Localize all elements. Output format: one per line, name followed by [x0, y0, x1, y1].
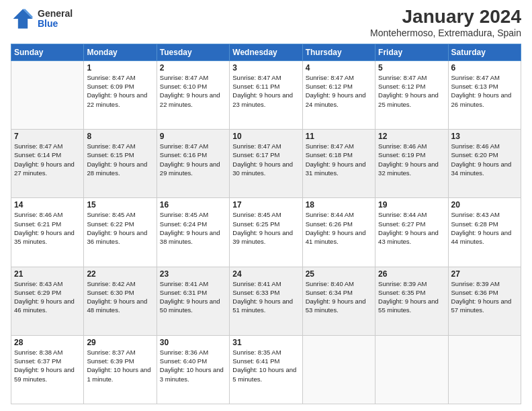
sunset-text: Sunset: 6:13 PM [451, 83, 498, 90]
day-number: 27 [451, 269, 518, 279]
sunrise-text: Sunrise: 8:47 AM [160, 74, 208, 81]
sunset-text: Sunset: 6:12 PM [306, 83, 353, 90]
daylight-text: Daylight: 9 hours and 48 minutes. [87, 298, 147, 314]
daylight-text: Daylight: 9 hours and 29 minutes. [160, 161, 220, 177]
calendar-cell: 20Sunrise: 8:43 AMSunset: 6:28 PMDayligh… [448, 198, 521, 267]
sunset-text: Sunset: 6:21 PM [14, 220, 61, 228]
day-info: Sunrise: 8:47 AMSunset: 6:14 PMDaylight:… [14, 142, 81, 177]
day-info: Sunrise: 8:45 AMSunset: 6:24 PMDaylight:… [160, 210, 226, 246]
calendar-cell: 27Sunrise: 8:39 AMSunset: 6:36 PMDayligh… [448, 267, 521, 335]
daylight-text: Daylight: 9 hours and 50 minutes. [160, 298, 220, 314]
col-saturday: Saturday [448, 44, 521, 60]
page-title: January 2024 [370, 7, 521, 28]
calendar-cell: 12Sunrise: 8:46 AMSunset: 6:19 PMDayligh… [375, 130, 448, 198]
calendar-cell: 8Sunrise: 8:47 AMSunset: 6:15 PMDaylight… [84, 130, 157, 198]
day-number: 17 [232, 200, 299, 210]
sunrise-text: Sunrise: 8:47 AM [232, 142, 281, 150]
sunrise-text: Sunrise: 8:44 AM [378, 211, 427, 218]
sunset-text: Sunset: 6:18 PM [306, 151, 353, 158]
calendar-cell: 10Sunrise: 8:47 AMSunset: 6:17 PMDayligh… [230, 130, 302, 198]
sunrise-text: Sunrise: 8:46 AM [14, 211, 62, 218]
daylight-text: Daylight: 9 hours and 22 minutes. [87, 91, 147, 107]
logo-blue: Blue [38, 19, 73, 29]
sunset-text: Sunset: 6:39 PM [87, 357, 134, 365]
calendar-cell: 14Sunrise: 8:46 AMSunset: 6:21 PMDayligh… [11, 198, 84, 267]
day-info: Sunrise: 8:39 AMSunset: 6:35 PMDaylight:… [378, 279, 445, 315]
daylight-text: Daylight: 9 hours and 30 minutes. [232, 161, 293, 177]
sunrise-text: Sunrise: 8:44 AM [306, 211, 354, 218]
col-thursday: Thursday [302, 44, 375, 60]
sunset-text: Sunset: 6:20 PM [451, 151, 498, 158]
sunset-text: Sunset: 6:22 PM [87, 220, 134, 228]
day-number: 29 [87, 338, 153, 347]
calendar-cell: 6Sunrise: 8:47 AMSunset: 6:13 PMDaylight… [448, 60, 521, 129]
sunset-text: Sunset: 6:25 PM [232, 220, 279, 228]
col-tuesday: Tuesday [157, 44, 229, 60]
daylight-text: Daylight: 9 hours and 51 minutes. [232, 298, 293, 314]
day-info: Sunrise: 8:47 AMSunset: 6:09 PMDaylight:… [87, 73, 153, 109]
logo: General Blue [11, 7, 73, 31]
day-info: Sunrise: 8:47 AMSunset: 6:12 PMDaylight:… [378, 73, 445, 109]
col-monday: Monday [84, 44, 157, 60]
day-number: 28 [14, 338, 81, 347]
day-info: Sunrise: 8:46 AMSunset: 6:20 PMDaylight:… [451, 142, 518, 177]
sunrise-text: Sunrise: 8:42 AM [87, 280, 135, 287]
calendar-cell: 9Sunrise: 8:47 AMSunset: 6:16 PMDaylight… [157, 130, 229, 198]
day-info: Sunrise: 8:46 AMSunset: 6:21 PMDaylight:… [14, 210, 81, 246]
day-number: 9 [160, 132, 226, 141]
sunset-text: Sunset: 6:41 PM [232, 357, 279, 365]
daylight-text: Daylight: 9 hours and 55 minutes. [378, 298, 439, 314]
sunset-text: Sunset: 6:30 PM [87, 289, 134, 296]
calendar-week-row: 21Sunrise: 8:43 AMSunset: 6:29 PMDayligh… [11, 267, 521, 335]
sunrise-text: Sunrise: 8:47 AM [306, 142, 354, 150]
sunset-text: Sunset: 6:26 PM [306, 220, 353, 228]
sunset-text: Sunset: 6:14 PM [14, 151, 61, 158]
daylight-text: Daylight: 9 hours and 46 minutes. [14, 298, 75, 314]
daylight-text: Daylight: 9 hours and 27 minutes. [14, 161, 75, 177]
sunset-text: Sunset: 6:28 PM [451, 220, 498, 228]
col-sunday: Sunday [11, 44, 84, 60]
sunrise-text: Sunrise: 8:47 AM [14, 142, 62, 150]
title-block: January 2024 Montehermoso, Extremadura, … [370, 7, 521, 38]
day-info: Sunrise: 8:39 AMSunset: 6:36 PMDaylight:… [451, 279, 518, 315]
sunrise-text: Sunrise: 8:43 AM [451, 211, 500, 218]
day-number: 14 [14, 200, 81, 210]
day-number: 18 [306, 200, 372, 210]
sunset-text: Sunset: 6:31 PM [160, 289, 207, 296]
sunrise-text: Sunrise: 8:46 AM [378, 142, 427, 150]
daylight-text: Daylight: 9 hours and 22 minutes. [160, 91, 220, 107]
day-info: Sunrise: 8:47 AMSunset: 6:11 PMDaylight:… [232, 73, 299, 109]
daylight-text: Daylight: 9 hours and 23 minutes. [232, 91, 293, 107]
day-number: 30 [160, 338, 226, 347]
calendar-cell: 29Sunrise: 8:37 AMSunset: 6:39 PMDayligh… [84, 335, 157, 404]
calendar-cell: 31Sunrise: 8:35 AMSunset: 6:41 PMDayligh… [230, 335, 302, 404]
day-info: Sunrise: 8:47 AMSunset: 6:18 PMDaylight:… [306, 142, 372, 177]
sunset-text: Sunset: 6:17 PM [232, 151, 279, 158]
calendar-cell: 17Sunrise: 8:45 AMSunset: 6:25 PMDayligh… [230, 198, 302, 267]
day-number: 24 [232, 269, 299, 279]
day-number: 23 [160, 269, 226, 279]
calendar-cell: 30Sunrise: 8:36 AMSunset: 6:40 PMDayligh… [157, 335, 229, 404]
sunset-text: Sunset: 6:10 PM [160, 83, 207, 90]
daylight-text: Daylight: 9 hours and 26 minutes. [451, 91, 512, 107]
day-number: 3 [232, 63, 299, 73]
daylight-text: Daylight: 9 hours and 35 minutes. [14, 229, 75, 245]
sunrise-text: Sunrise: 8:43 AM [14, 280, 62, 287]
sunrise-text: Sunrise: 8:45 AM [160, 211, 208, 218]
calendar-cell [375, 335, 448, 404]
calendar-cell: 21Sunrise: 8:43 AMSunset: 6:29 PMDayligh… [11, 267, 84, 335]
day-info: Sunrise: 8:47 AMSunset: 6:15 PMDaylight:… [87, 142, 153, 177]
day-info: Sunrise: 8:44 AMSunset: 6:26 PMDaylight:… [306, 210, 372, 246]
calendar-cell: 19Sunrise: 8:44 AMSunset: 6:27 PMDayligh… [375, 198, 448, 267]
sunrise-text: Sunrise: 8:37 AM [87, 349, 135, 356]
col-friday: Friday [375, 44, 448, 60]
sunrise-text: Sunrise: 8:47 AM [87, 74, 135, 81]
daylight-text: Daylight: 9 hours and 59 minutes. [14, 366, 75, 382]
page: General Blue January 2024 Montehermoso, … [0, 0, 532, 411]
day-number: 22 [87, 269, 153, 279]
sunset-text: Sunset: 6:34 PM [306, 289, 353, 296]
calendar-cell: 28Sunrise: 8:38 AMSunset: 6:37 PMDayligh… [11, 335, 84, 404]
day-info: Sunrise: 8:38 AMSunset: 6:37 PMDaylight:… [14, 348, 81, 383]
calendar-table: Sunday Monday Tuesday Wednesday Thursday… [11, 44, 521, 404]
logo-general: General [38, 9, 73, 19]
